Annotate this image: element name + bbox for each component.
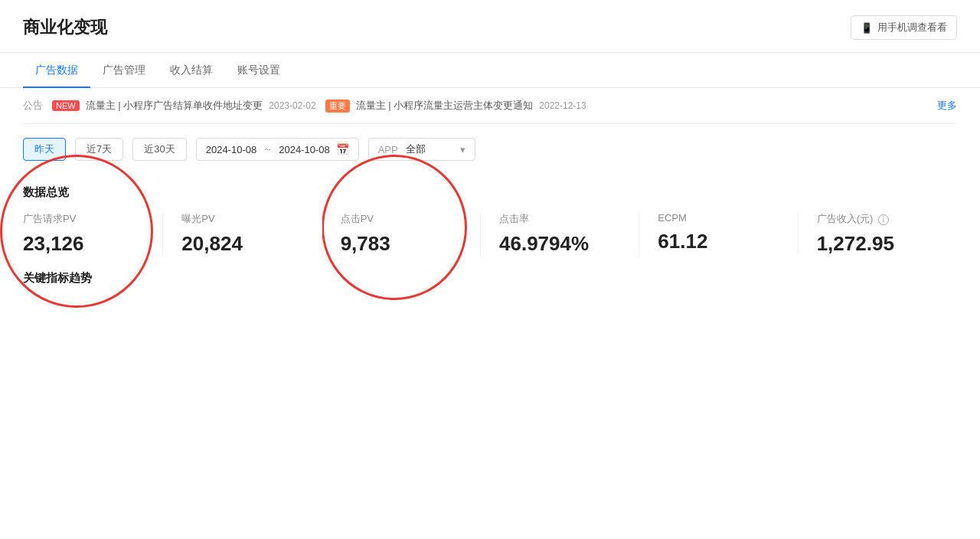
header: 商业化变现 📱 用手机调查看看 bbox=[0, 0, 980, 53]
date-start: 2024-10-08 bbox=[206, 144, 257, 155]
filter-row: 昨天 近7天 近30天 2024-10-08 ～ 2024-10-08 📅 AP… bbox=[23, 124, 957, 170]
filter-7days-button[interactable]: 近7天 bbox=[75, 138, 123, 161]
info-icon[interactable]: i bbox=[878, 214, 889, 225]
metric-value-revenue: 1,272.95 bbox=[817, 232, 942, 256]
metric-impression-pv: 曝光PV 20,824 bbox=[163, 212, 322, 256]
metrics-row: 广告请求PV 23,126 曝光PV 20,824 点击PV 9,783 点击率… bbox=[23, 212, 957, 256]
metric-ctr: 点击率 46.9794% bbox=[481, 212, 639, 256]
metric-label-ad-request: 广告请求PV bbox=[23, 212, 148, 226]
notice-item-1: NEW 流量主 | 小程序广告结算单收件地址变更 2023-02-02 bbox=[52, 99, 316, 113]
notice-date-1: 2023-02-02 bbox=[269, 100, 315, 111]
page-container: 商业化变现 📱 用手机调查看看 广告数据 广告管理 收入结算 账号设置 公告 N… bbox=[0, 0, 980, 539]
metric-value-click: 9,783 bbox=[341, 232, 466, 256]
metric-value-impression: 20,824 bbox=[181, 232, 306, 256]
chevron-down-icon: ▾ bbox=[460, 144, 466, 155]
tab-ad-data[interactable]: 广告数据 bbox=[23, 53, 90, 88]
notice-text-1: 流量主 | 小程序广告结算单收件地址变更 bbox=[86, 99, 263, 113]
notice-tag-new: NEW bbox=[52, 100, 80, 111]
overview-section: 数据总览 广告请求PV 23,126 曝光PV 20,824 点击PV 9,78… bbox=[23, 170, 957, 263]
metric-ad-request-pv: 广告请求PV 23,126 bbox=[23, 212, 163, 256]
app-selector[interactable]: APP 全部 ▾ bbox=[368, 138, 475, 161]
overview-title: 数据总览 bbox=[23, 185, 957, 200]
mobile-view-button[interactable]: 📱 用手机调查看看 bbox=[851, 15, 957, 40]
metric-ad-revenue: 广告收入(元) i 1,272.95 bbox=[799, 212, 957, 256]
notice-more-link[interactable]: 更多 bbox=[937, 99, 957, 113]
app-selector-label: APP bbox=[378, 144, 398, 155]
mobile-btn-label: 用手机调查看看 bbox=[877, 21, 947, 34]
metric-ecpm: ECPM 61.12 bbox=[639, 212, 798, 253]
metric-label-ctr: 点击率 bbox=[499, 212, 624, 226]
metric-value-ad-request: 23,126 bbox=[23, 232, 148, 256]
notice-label: 公告 bbox=[23, 99, 43, 113]
notice-item-2: 重要 流量主 | 小程序流量主运营主体变更通知 2022-12-13 bbox=[325, 99, 586, 113]
metric-label-impression: 曝光PV bbox=[181, 212, 306, 226]
filter-30days-button[interactable]: 近30天 bbox=[132, 138, 186, 161]
filter-yesterday-button[interactable]: 昨天 bbox=[23, 138, 66, 161]
tab-account[interactable]: 账号设置 bbox=[225, 53, 292, 88]
metric-label-ecpm: ECPM bbox=[658, 212, 782, 224]
metric-label-revenue: 广告收入(元) i bbox=[817, 212, 942, 226]
calendar-icon: 📅 bbox=[336, 143, 349, 155]
notice-bar: 公告 NEW 流量主 | 小程序广告结算单收件地址变更 2023-02-02 重… bbox=[23, 88, 957, 124]
notice-text-2: 流量主 | 小程序流量主运营主体变更通知 bbox=[356, 99, 534, 113]
tab-bar: 广告数据 广告管理 收入结算 账号设置 bbox=[0, 53, 980, 88]
main-content: 公告 NEW 流量主 | 小程序广告结算单收件地址变更 2023-02-02 重… bbox=[0, 88, 980, 286]
phone-icon: 📱 bbox=[861, 22, 873, 34]
date-range-picker[interactable]: 2024-10-08 ～ 2024-10-08 📅 bbox=[196, 138, 359, 161]
metric-click-pv: 点击PV 9,783 bbox=[322, 212, 481, 256]
date-separator: ～ bbox=[263, 142, 273, 156]
tab-income[interactable]: 收入结算 bbox=[158, 53, 225, 88]
metric-label-click: 点击PV bbox=[341, 212, 466, 226]
tab-ad-manage[interactable]: 广告管理 bbox=[90, 53, 158, 88]
metric-value-ecpm: 61.12 bbox=[658, 230, 782, 253]
app-selector-value: 全部 bbox=[406, 142, 426, 156]
notice-tag-important: 重要 bbox=[325, 100, 350, 113]
notice-date-2: 2022-12-13 bbox=[539, 100, 586, 111]
metric-value-ctr: 46.9794% bbox=[499, 232, 624, 256]
page-title: 商业化变现 bbox=[23, 16, 107, 39]
trend-title: 关键指标趋势 bbox=[23, 263, 957, 286]
date-end: 2024-10-08 bbox=[279, 144, 330, 155]
